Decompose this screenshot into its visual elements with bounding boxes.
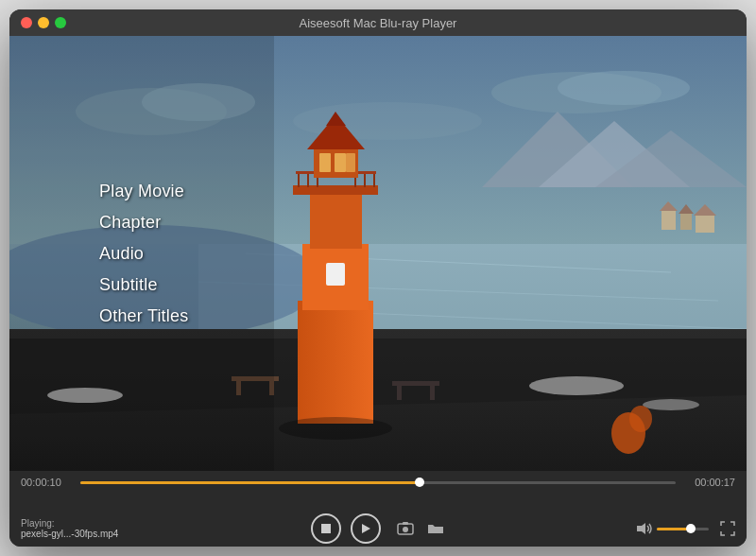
menu-item-play-movie[interactable]: Play Movie <box>99 176 747 207</box>
volume-section <box>636 522 709 535</box>
stop-button[interactable] <box>311 513 341 544</box>
svg-point-57 <box>403 527 408 532</box>
right-controls <box>636 521 735 536</box>
progress-section: 00:00:10 00:00:17 <box>9 477 747 488</box>
screenshot-button[interactable] <box>396 521 415 536</box>
volume-icon <box>636 522 653 535</box>
menu-item-other-titles[interactable]: Other Titles <box>99 301 747 332</box>
svg-marker-59 <box>637 523 645 534</box>
window-title: Aiseesoft Mac Blu-ray Player <box>300 16 457 30</box>
title-bar: Aiseesoft Mac Blu-ray Player <box>9 9 747 36</box>
svg-rect-58 <box>403 522 408 525</box>
maximize-button[interactable] <box>55 17 66 28</box>
svg-rect-54 <box>321 524 331 533</box>
time-elapsed: 00:00:10 <box>21 477 73 488</box>
filename: pexels-gyl...-30fps.mp4 <box>21 529 134 539</box>
progress-track[interactable] <box>80 481 676 484</box>
menu-item-chapter[interactable]: Chapter <box>99 207 747 238</box>
main-window: Aiseesoft Mac Blu-ray Player <box>9 9 747 547</box>
progress-fill <box>80 481 420 484</box>
open-folder-button[interactable] <box>426 521 445 536</box>
controls-bar: 00:00:10 00:00:17 Playing: pexels-gyl...… <box>9 471 747 547</box>
playback-controls <box>311 513 445 544</box>
progress-thumb <box>415 478 424 487</box>
fullscreen-button[interactable] <box>720 521 735 536</box>
svg-marker-55 <box>362 524 370 533</box>
minimize-button[interactable] <box>38 17 49 28</box>
close-button[interactable] <box>21 17 32 28</box>
video-area: Play Movie Chapter Audio Subtitle Other … <box>9 36 747 471</box>
menu-overlay: Play Movie Chapter Audio Subtitle Other … <box>9 36 747 471</box>
menu-item-subtitle[interactable]: Subtitle <box>99 269 747 301</box>
menu-item-audio[interactable]: Audio <box>99 238 747 269</box>
playing-label: Playing: <box>21 518 134 529</box>
volume-thumb <box>686 524 696 533</box>
play-button[interactable] <box>351 513 381 544</box>
file-info: Playing: pexels-gyl...-30fps.mp4 <box>21 518 134 539</box>
time-total: 00:00:17 <box>683 477 735 488</box>
traffic-lights <box>21 17 66 28</box>
bottom-controls: Playing: pexels-gyl...-30fps.mp4 <box>9 518 747 547</box>
volume-track[interactable] <box>657 528 709 530</box>
